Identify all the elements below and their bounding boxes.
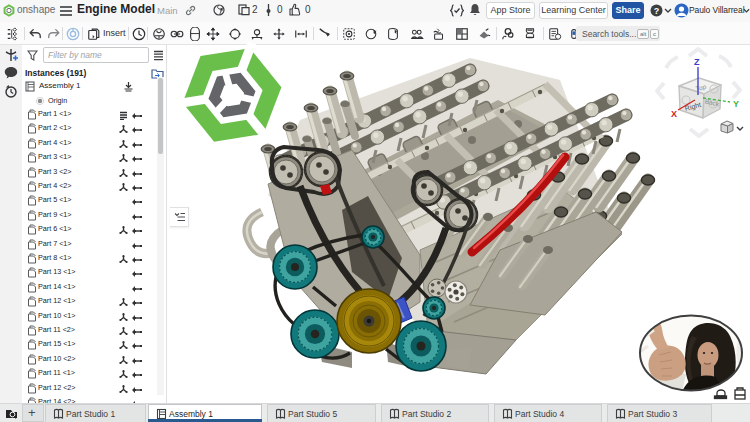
svg-text:Y: Y — [733, 99, 739, 109]
svg-text:Z: Z — [694, 57, 700, 67]
svg-text:X: X — [671, 109, 677, 119]
